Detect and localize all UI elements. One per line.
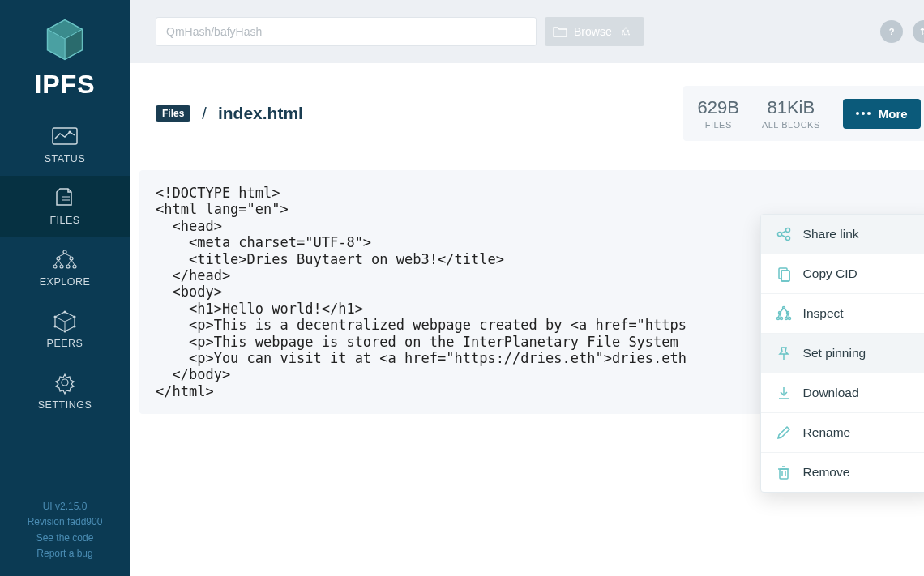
explore-tree-icon — [49, 247, 81, 271]
svg-point-8 — [63, 250, 66, 254]
dropdown-label: Share link — [803, 227, 859, 241]
stat-blocks-value: 81KiB — [762, 97, 820, 118]
dropdown-label: Inspect — [803, 306, 844, 321]
folder-icon — [553, 26, 567, 37]
footer-revision[interactable]: Revision fadd900 — [28, 514, 103, 530]
breadcrumb-root[interactable]: Files — [156, 105, 190, 122]
svg-point-46 — [777, 233, 781, 237]
settings-gear-icon — [49, 370, 81, 395]
status-chart-icon — [49, 124, 81, 148]
stat-files-label: FILES — [698, 120, 739, 130]
footer-version[interactable]: UI v2.15.0 — [28, 499, 103, 514]
svg-line-49 — [781, 231, 786, 233]
dropdown-item-copy-cid[interactable]: Copy CID — [761, 254, 924, 294]
trash-icon — [776, 464, 792, 480]
breadcrumb: Files / index.html — [156, 104, 303, 123]
dropdown-item-rename[interactable]: Rename — [761, 413, 924, 453]
browse-button[interactable]: Browse — [545, 17, 644, 46]
dropdown-item-share-link[interactable]: Share link — [761, 215, 924, 254]
sidebar-item-status[interactable]: STATUS — [0, 114, 130, 176]
svg-line-40 — [626, 28, 628, 31]
copy-icon — [776, 266, 792, 282]
svg-line-15 — [58, 254, 65, 257]
svg-line-50 — [781, 235, 786, 237]
download-icon — [776, 385, 792, 401]
sidebar-item-files[interactable]: FILES — [0, 176, 130, 237]
svg-rect-70 — [780, 469, 788, 479]
browse-label: Browse — [574, 25, 612, 38]
search-input[interactable]: QmHash/bafyHash — [156, 17, 537, 46]
svg-point-48 — [785, 237, 789, 241]
svg-line-16 — [65, 254, 71, 257]
ipfs-logo-icon — [41, 16, 88, 63]
share-icon — [776, 226, 792, 242]
svg-line-41 — [622, 31, 623, 35]
svg-line-20 — [71, 260, 75, 265]
more-dropdown: Share link Copy CID Inspect Set pinning … — [760, 214, 924, 493]
explore-small-icon — [618, 26, 633, 37]
nav-label: PEERS — [47, 338, 83, 349]
nav-label: EXPLORE — [40, 276, 91, 288]
sidebar-item-settings[interactable]: SETTINGS — [0, 361, 130, 422]
stat-blocks-label: ALL BLOCKS — [762, 120, 820, 130]
sidebar: IPFS STATUS FILES EXPLORE PEERS SETTINGS… — [0, 0, 130, 576]
topbar: QmHash/bafyHash Browse ? — [130, 0, 924, 63]
sidebar-item-explore[interactable]: EXPLORE — [0, 237, 130, 299]
svg-point-47 — [785, 228, 789, 233]
svg-line-42 — [623, 31, 625, 35]
peers-cube-icon — [49, 309, 81, 333]
svg-line-19 — [68, 260, 71, 265]
stat-files-value: 629B — [698, 97, 739, 118]
svg-line-44 — [628, 31, 629, 35]
brand-text: IPFS — [34, 70, 95, 100]
breadcrumb-current: index.html — [218, 104, 303, 123]
stats-box: 629B FILES 81KiB ALL BLOCKS More — [683, 86, 924, 141]
dropdown-label: Rename — [803, 425, 851, 440]
nav-label: STATUS — [45, 153, 85, 164]
nav-label: SETTINGS — [38, 399, 92, 411]
inspect-tree-icon — [776, 305, 792, 322]
svg-point-31 — [62, 379, 68, 386]
pin-icon — [776, 345, 792, 361]
stat-blocks: 81KiB ALL BLOCKS — [762, 97, 820, 130]
files-icon — [49, 186, 81, 210]
dropdown-item-set-pinning[interactable]: Set pinning — [761, 334, 924, 373]
sidebar-item-peers[interactable]: PEERS — [0, 299, 130, 361]
svg-point-12 — [60, 265, 63, 268]
dropdown-label: Copy CID — [803, 267, 858, 281]
svg-point-9 — [57, 257, 60, 260]
dropdown-label: Remove — [803, 465, 850, 480]
help-icon: ? — [886, 26, 897, 37]
svg-line-22 — [55, 317, 65, 322]
svg-point-29 — [54, 326, 57, 328]
main: QmHash/bafyHash Browse ? Files / index.h… — [130, 0, 924, 576]
dropdown-label: Download — [803, 386, 859, 400]
transfer-button[interactable] — [913, 20, 924, 43]
footer-see-code[interactable]: See the code — [28, 531, 103, 546]
svg-rect-52 — [781, 271, 789, 281]
more-button[interactable]: More — [843, 99, 921, 129]
more-label: More — [879, 107, 908, 121]
dropdown-item-inspect[interactable]: Inspect — [761, 294, 924, 334]
stat-files: 629B FILES — [698, 97, 739, 130]
nav-label: FILES — [49, 215, 79, 226]
svg-point-30 — [64, 331, 66, 333]
header-row: Files / index.html 629B FILES 81KiB ALL … — [130, 63, 924, 157]
svg-point-5 — [69, 131, 71, 134]
content-area: Files / index.html 629B FILES 81KiB ALL … — [130, 63, 924, 576]
footer-report-bug[interactable]: Report a bug — [28, 546, 103, 561]
svg-point-11 — [53, 265, 57, 268]
sidebar-footer: UI v2.15.0 Revision fadd900 See the code… — [28, 499, 103, 561]
dropdown-item-download[interactable]: Download — [761, 373, 924, 413]
svg-line-17 — [55, 260, 58, 265]
svg-point-13 — [66, 265, 70, 268]
svg-point-28 — [74, 326, 76, 328]
svg-line-61 — [780, 308, 784, 313]
svg-line-39 — [623, 28, 626, 31]
dropdown-item-remove[interactable]: Remove — [761, 453, 924, 492]
dots-icon — [856, 112, 871, 115]
svg-text:?: ? — [888, 27, 894, 36]
breadcrumb-separator: / — [202, 105, 207, 123]
help-button[interactable]: ? — [880, 20, 903, 43]
transfer-icon — [918, 26, 924, 37]
